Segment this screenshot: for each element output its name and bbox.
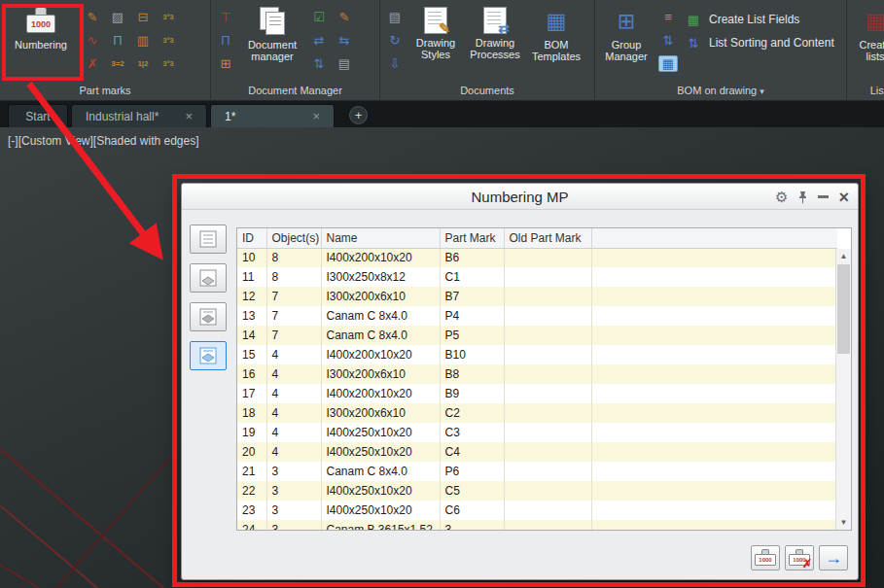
doc-forward-icon[interactable]: ▤ [385, 9, 405, 25]
column-header-old-part-mark[interactable]: Old Part Mark [504, 228, 591, 248]
numbering-method-1-icon[interactable]: 3²3 [159, 9, 178, 25]
create-list-fields-button[interactable]: ▦ Create List Fields [684, 10, 834, 29]
report-view-button-4[interactable] [190, 341, 227, 370]
grid-check-icon[interactable]: ☑ [309, 9, 329, 25]
group-manager-label: Group Manager [602, 39, 651, 62]
ribbon: 1000 Numbering ✎∿✗ ▨Π3=2 ⊟▥1|2 3²33²33²3… [0, 0, 884, 101]
cell-old-part-mark [504, 384, 591, 403]
cell-part-mark: B7 [440, 287, 504, 306]
table-row-15[interactable]: 154I400x200x10x20B10 [237, 345, 837, 364]
grid-transfer-icon[interactable]: ⇅ [309, 55, 329, 72]
group-label-bom-on-drawing[interactable]: BOM on drawing▾ [595, 85, 846, 98]
table-scrollbar[interactable]: ▲ ▼ [835, 249, 851, 530]
tab-close-icon[interactable]: × [299, 109, 320, 123]
bar-marks-icon[interactable]: ▥ [133, 32, 153, 49]
cell-id: 14 [237, 326, 266, 345]
column-header-part-mark[interactable]: Part Mark [440, 228, 504, 248]
column-header-name[interactable]: Name [321, 228, 440, 248]
doc-refresh-icon[interactable]: ↻ [385, 32, 405, 49]
next-step-button[interactable]: → [819, 545, 848, 571]
table-row-23[interactable]: 233I400x250x10x20C6 [237, 501, 837, 520]
table-row-17[interactable]: 174I400x200x10x20B9 [237, 384, 837, 403]
cell-part-mark: C5 [440, 481, 504, 501]
column-header-id[interactable]: ID [237, 228, 266, 248]
report-view-button-3[interactable] [190, 302, 227, 331]
table-row-18[interactable]: 184I300x200x6x10C2 [237, 403, 837, 423]
pi-frame-icon[interactable]: Π [108, 32, 127, 49]
table-row-14[interactable]: 147Canam C 8x4.0P5 [237, 326, 837, 345]
group-label-text: Documents [460, 85, 514, 96]
settings-gear-icon[interactable]: ⚙ [775, 190, 788, 204]
bom-templates-button[interactable]: ▦ BOM Templates [529, 5, 583, 81]
list-sorting-button[interactable]: ⇅ List Sorting and Content [684, 33, 834, 52]
renumber-icon[interactable]: 3=2 [108, 55, 127, 72]
group-label-part-marks: Part marks [0, 85, 210, 98]
numbering-method-3-icon[interactable]: 3²3 [159, 55, 178, 72]
delete-x-icon: ✗ [802, 558, 812, 570]
split-marks-icon[interactable]: 1|2 [133, 55, 153, 72]
red-beam-icon[interactable]: ⊤ [216, 9, 235, 25]
table-row-21[interactable]: 213Canam C 8x4.0P6 [237, 462, 837, 481]
grid-refresh-icon[interactable]: ⇄ [309, 32, 329, 49]
table-row-22[interactable]: 223I400x250x10x20C5 [237, 481, 837, 501]
report-view-button-1[interactable] [190, 225, 227, 254]
table-row-19[interactable]: 194I400x250x10x20C3 [237, 423, 837, 442]
table-row-10[interactable]: 108I400x200x10x20B6 [237, 248, 837, 267]
table-row-16[interactable]: 164I300x200x6x10B8 [237, 364, 837, 384]
delete-numbering-button[interactable]: 1000 ✗ [785, 545, 814, 571]
drawing-processes-button[interactable]: ⇄ Drawing Processes [467, 5, 523, 81]
report-view-button-2[interactable] [190, 263, 227, 293]
cell-part-mark: P5 [440, 326, 504, 345]
remove-part-mark-icon[interactable]: ✗ [83, 55, 102, 72]
create-lists-button[interactable]: ▦ Create lists [852, 5, 884, 81]
table-row-11[interactable]: 118I300x250x8x12C1 [237, 267, 837, 287]
table-row-20[interactable]: 204I400x250x10x20C4 [237, 442, 837, 462]
close-icon[interactable]: × [838, 189, 849, 206]
sort-order-icon[interactable]: ⇅ [658, 32, 678, 49]
cell-filler [591, 267, 837, 287]
apply-numbering-button[interactable]: 1000 [751, 545, 780, 571]
numbering-table: IDObject(s)NamePart MarkOld Part Mark 10… [236, 227, 852, 531]
edit-part-mark-icon[interactable]: ✎ [83, 9, 102, 25]
document-manager-button[interactable]: Document manager [241, 5, 303, 81]
group-manager-icon: ⊞ [611, 7, 642, 36]
dialog-titlebar[interactable]: Numbering MP ⚙ × [182, 184, 858, 210]
page-sync-icon[interactable]: ⇆ [335, 32, 354, 49]
scroll-down-button[interactable]: ▼ [836, 515, 851, 530]
prefix-scribble-icon[interactable]: ∿ [83, 32, 102, 49]
pair-columns-icon[interactable]: ⊞ [216, 55, 235, 72]
ribbon-group-bom-on-drawing: ⊞ Group Manager ≡⇅▦ ▦ Create List Fields… [595, 0, 847, 101]
numbering-button[interactable]: 1000 Numbering [5, 5, 77, 81]
scrollbar-thumb[interactable] [837, 264, 850, 354]
numbering-method-2-icon[interactable]: 3²3 [159, 32, 178, 49]
field-edit-icon[interactable]: ≡ [658, 9, 678, 25]
scroll-up-button[interactable]: ▲ [836, 249, 851, 263]
page-edit-icon[interactable]: ✎ [335, 9, 354, 25]
blue-frame-icon[interactable]: Π [216, 32, 235, 49]
tab-1[interactable]: 1* × [210, 104, 335, 127]
page-list-icon[interactable]: ▤ [335, 55, 354, 72]
tab-industrial-hall[interactable]: Industrial hall* × [71, 104, 207, 127]
cell-filler [591, 384, 837, 403]
group-grid-icon: ⊞ [618, 11, 635, 32]
ruler-icon[interactable]: ⊟ [133, 9, 153, 25]
table-row-13[interactable]: 137Canam C 8x4.0P4 [237, 306, 837, 326]
part-marks-content: 1000 Numbering ✎∿✗ ▨Π3=2 ⊟▥1|2 3²33²33²3 [0, 2, 210, 82]
doc-export-icon[interactable]: ⇩ [385, 55, 405, 72]
process-arrows-icon: ⇄ [498, 20, 510, 36]
cell-name: I300x200x6x10 [321, 287, 440, 306]
new-tab-button[interactable]: + [349, 106, 368, 124]
bom-table-icon[interactable]: ▦ [658, 55, 678, 72]
minimize-icon[interactable] [818, 195, 829, 198]
viewport-controls-label[interactable]: [-][Custom View][Shaded with edges] [8, 134, 199, 148]
tab-close-icon[interactable]: × [171, 109, 193, 123]
group-manager-button[interactable]: ⊞ Group Manager [600, 5, 653, 81]
eraser-icon[interactable]: ▨ [108, 9, 127, 25]
tab-start[interactable]: Start [8, 104, 68, 127]
column-header-object-s-[interactable]: Object(s) [266, 228, 321, 248]
drawing-styles-button[interactable]: ✎ Drawing Styles [410, 5, 461, 81]
blue-arrow-icon: → [825, 549, 842, 567]
table-row-24[interactable]: 243Canam B 3615x1.523 [237, 520, 837, 531]
pin-icon[interactable] [797, 190, 808, 204]
table-row-12[interactable]: 127I300x200x6x10B7 [237, 287, 837, 306]
